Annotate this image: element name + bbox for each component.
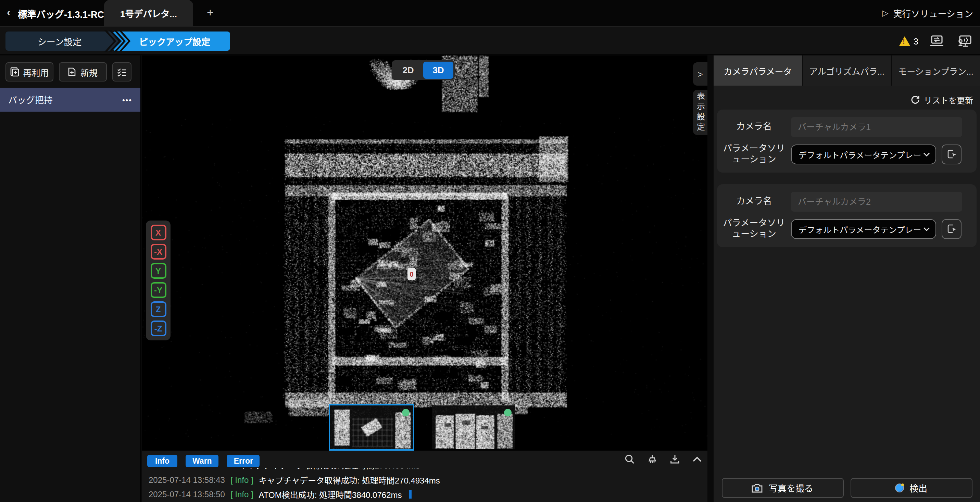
capture-photo-label: 写真を撮る [769, 481, 813, 494]
robot-communication-icon[interactable] [955, 35, 972, 48]
back-chevron-icon[interactable]: ‹ [7, 6, 10, 18]
top-bar: ‹ 標準バッグ-1.3.1-RC 1号デパレタ... + ▷ 実行ソリューション [0, 0, 980, 26]
collapse-log-chevron-icon[interactable] [692, 456, 702, 462]
new-document-icon [68, 67, 76, 77]
run-solution-label: 実行ソリューション [893, 6, 974, 19]
log-line: 2025-07-14 13:58:50 [ Info ] ATOM検出成功: 処… [149, 487, 701, 501]
play-icon: ▷ [882, 8, 888, 18]
camera-icon [752, 483, 763, 493]
parameter-tabs: カメラパラメータ アルゴリズムパラ... モーションプラン... [714, 56, 980, 86]
search-icon[interactable] [625, 454, 635, 464]
refresh-list-label: リストを更新 [924, 94, 973, 105]
tab-camera-parameters[interactable]: カメラパラメータ [714, 56, 802, 86]
project-tab-label: 1号デパレタ... [120, 6, 177, 19]
log-level-badge: [ Info ] [231, 475, 253, 485]
detect-orb-icon [895, 483, 904, 492]
camera-card-2: カメラ名 パラメータソリ ューション デフォルトパラメータテンプレート [717, 184, 977, 247]
camera-thumbnails [330, 405, 515, 449]
camera-name-input-2[interactable] [791, 192, 962, 211]
capture-photo-button[interactable]: 写真を撮る [721, 478, 843, 498]
camera-name-input[interactable] [791, 117, 962, 137]
thumbnail-1-image [330, 405, 413, 449]
step-pickup-label: ピックアップ設定 [139, 35, 210, 48]
detect-label: 検出 [910, 481, 927, 494]
chevron-down-icon [923, 152, 930, 157]
copy-document-icon [10, 67, 19, 77]
camera-card-1: カメラ名 パラメータソリ ューション デフォルトパラメータテンプレート [717, 110, 977, 173]
workflow-toolbar: 再利用 新規 [0, 56, 140, 88]
point-cloud-canvas[interactable] [142, 56, 708, 451]
log-timestamp: 2025-07-14 13:58:43 [149, 475, 225, 485]
add-tab-button[interactable]: + [203, 5, 218, 21]
status-dot-green [504, 409, 512, 416]
step-scene-settings[interactable]: シーン設定 [5, 32, 123, 51]
parameter-template-select-2[interactable]: デフォルトパラメータテンプレート [791, 219, 936, 239]
camera-thumbnail-1[interactable] [330, 405, 413, 449]
more-options-icon[interactable]: ••• [122, 95, 132, 104]
parameter-solution-label: パラメータソリ ューション [717, 143, 791, 165]
warning-icon: ! [899, 36, 910, 46]
axis-neg-x-button[interactable]: -X [150, 244, 166, 260]
axis-z-button[interactable]: Z [150, 301, 166, 317]
axis-x-button[interactable]: X [150, 225, 166, 240]
new-label: 新規 [81, 65, 98, 78]
log-message: ATOM検出成功: 処理時間3840.0762ms [259, 488, 402, 500]
step-scene-label: シーン設定 [38, 35, 82, 48]
axis-neg-z-button[interactable]: -Z [150, 321, 166, 336]
download-log-icon[interactable] [670, 454, 680, 464]
panel-collapse-button[interactable]: > [693, 62, 708, 86]
log-filter-warn[interactable]: Warn [186, 455, 219, 467]
view-mode-toggle: 2D 3D [392, 60, 455, 80]
reuse-button[interactable]: 再利用 [5, 62, 53, 81]
display-settings-tab[interactable]: 表示設定 [693, 90, 708, 135]
tab-algorithm-parameters[interactable]: アルゴリズムパラ... [802, 56, 891, 86]
log-filter-info[interactable]: Info [147, 455, 177, 467]
clear-log-broom-icon[interactable] [647, 454, 657, 464]
camera-thumbnail-2[interactable] [432, 405, 515, 449]
log-line-clipped: [ Info ] キャプチャデータ取得成功: 処理時間270.4934ms [210, 468, 701, 473]
communication-icon[interactable] [929, 35, 944, 47]
tab-motion-planning[interactable]: モーションプラン... [891, 56, 980, 86]
parameters-panel: カメラパラメータ アルゴリズムパラ... モーションプラン... リストを更新 … [714, 56, 980, 502]
axis-y-button[interactable]: Y [150, 263, 166, 279]
refresh-list-button[interactable]: リストを更新 [911, 94, 973, 105]
log-panel: Info Warn Error [ Info ] [142, 451, 708, 502]
camera-actions: 写真を撮る 検出 [714, 478, 980, 498]
log-lines: [ Info ] キャプチャデータ取得成功: 処理時間270.4934ms 20… [149, 468, 701, 502]
workflow-item-bag-grasp[interactable]: バッグ把持 ••• [0, 88, 140, 112]
app-window: ‹ 標準バッグ-1.3.1-RC 1号デパレタ... + ▷ 実行ソリューション… [0, 0, 980, 502]
checklist-icon [117, 67, 127, 76]
log-line: 2025-07-14 13:58:43 [ Info ] キャプチャデータ取得成… [149, 473, 701, 487]
axis-neg-y-button[interactable]: -Y [150, 282, 166, 298]
cursor-select-icon [947, 149, 956, 159]
log-message: キャプチャデータ取得成功: 処理時間270.4934ms [259, 474, 440, 486]
warning-count: 3 [913, 36, 918, 46]
log-level-badge: [ Info ] [231, 489, 253, 499]
chevron-down-icon [923, 227, 930, 232]
log-filter-error[interactable]: Error [227, 455, 260, 467]
status-icons: ! 3 [899, 27, 972, 56]
refresh-icon [911, 95, 920, 104]
toggle-2d[interactable]: 2D [393, 65, 423, 75]
project-tab[interactable]: 1号デパレタ... [104, 0, 193, 26]
log-toolbar [625, 454, 702, 464]
select-parameter-button-2[interactable] [942, 219, 961, 239]
thumbnail-2-image [432, 405, 515, 449]
detect-button[interactable]: 検出 [850, 478, 972, 498]
parameter-solution-label: パラメータソリ ューション [717, 218, 791, 240]
run-solution-button[interactable]: ▷ 実行ソリューション [882, 0, 973, 26]
log-cursor [409, 490, 412, 499]
status-dot-green [402, 409, 409, 416]
step-pickup-settings[interactable]: ピックアップ設定 [112, 32, 230, 51]
step-bar: シーン設定 ピックアップ設定 ! 3 [0, 26, 980, 55]
workflow-panel: 再利用 新規 バッグ把持 ••• [0, 56, 141, 502]
solution-title: 標準バッグ-1.3.1-RC [18, 7, 104, 21]
toggle-3d[interactable]: 3D [423, 62, 453, 79]
new-button[interactable]: 新規 [59, 62, 107, 81]
camera-name-label: カメラ名 [717, 196, 791, 208]
viewport-3d: 2D 3D X -X Y -Y Z -Z > 表示設定 0 [142, 56, 708, 451]
warning-indicator[interactable]: ! 3 [899, 36, 918, 46]
checklist-button[interactable] [112, 62, 132, 81]
select-parameter-button[interactable] [942, 145, 961, 164]
parameter-template-select[interactable]: デフォルトパラメータテンプレート [791, 145, 936, 164]
